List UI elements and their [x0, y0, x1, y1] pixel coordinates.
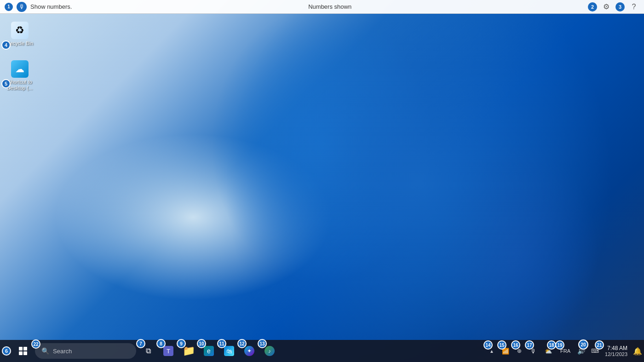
clock-date: 12/1/2023	[605, 351, 627, 357]
taskbar-left-area: 6	[2, 346, 11, 356]
ms-store-icon: 🛍	[224, 346, 234, 356]
overflow-chevron-icon: ▲	[489, 349, 494, 354]
weather-icon: ⛅	[545, 348, 552, 355]
volume-icon: 🔊	[577, 347, 585, 355]
topbar-left: 1 🎙 Show numbers.	[5, 2, 72, 12]
desktop: 1 🎙 Show numbers. Numbers shown 2 ⚙ 3 ? …	[0, 0, 644, 362]
onedrive-shortcut-icon[interactable]: ☁ Shortcut to Desktop (...	[4, 58, 36, 93]
notification-icon: 🔔	[633, 347, 642, 356]
tray-icon-16[interactable]: 16 ⊕	[513, 343, 526, 359]
file-explorer-icon: 📁	[183, 345, 195, 357]
start-button[interactable]	[13, 342, 33, 360]
taskview-icon: ⧉	[146, 347, 151, 355]
tray-overflow-button[interactable]: 14 ▲	[485, 343, 498, 359]
show-numbers-label: Show numbers.	[30, 3, 72, 10]
search-label: Search	[53, 348, 72, 355]
onedrive-image: ☁	[11, 60, 29, 78]
teams-chat-button[interactable]: 8 T	[158, 342, 178, 360]
wifi-icon: 📶	[502, 348, 509, 355]
taskbar: 6 22 🔍 Search 7 ⧉ 8 T 9 📁	[0, 340, 644, 362]
language-label: FRA	[558, 348, 572, 354]
wifi-button[interactable]: 15 📶	[499, 343, 512, 359]
badge-7: 7	[136, 339, 145, 348]
clock-time: 7:48 AM	[607, 345, 627, 351]
volume-button[interactable]: 20 🔊	[575, 343, 587, 359]
badge-3: 3	[615, 2, 625, 11]
search-icon: 🔍	[41, 347, 49, 355]
wallpaper	[0, 0, 644, 362]
recycle-bin-image: ♻	[11, 22, 29, 39]
topbar-title: Numbers shown	[308, 3, 351, 10]
onedrive-shortcut-label: Shortcut to Desktop (...	[6, 79, 34, 91]
language-button[interactable]: 19 FRA	[557, 343, 574, 359]
edge-button[interactable]: 10 e	[199, 342, 219, 360]
system-tray: 14 ▲ 15 📶 16 ⊕ 17 🎙 18 ⛅	[485, 342, 644, 360]
notification-button[interactable]: 🔔	[631, 343, 644, 359]
ms-store-button[interactable]: 11 🛍	[219, 342, 239, 360]
keyboard-button[interactable]: 21 ⌨	[588, 343, 601, 359]
teams-icon: T	[163, 346, 173, 356]
settings-icon[interactable]: ⚙	[601, 1, 612, 12]
help-icon[interactable]: ?	[628, 1, 639, 12]
mic-icon: 🎙	[530, 348, 536, 355]
windows-logo-icon	[19, 347, 27, 355]
clock-button[interactable]: 7:48 AM 12/1/2023	[602, 342, 630, 360]
keyboard-icon: ⌨	[591, 348, 599, 354]
network-icon: ⊕	[517, 348, 522, 354]
recycle-bin-icon[interactable]: ♻ Recycle Bin	[4, 19, 36, 48]
edge-icon: e	[204, 346, 214, 356]
taskview-button[interactable]: 7 ⧉	[138, 342, 158, 360]
topbar-mic-icon: 🎙	[17, 2, 27, 12]
edge2-button[interactable]: 13 ♪	[259, 342, 280, 360]
weather-button[interactable]: 18 ⛅	[540, 343, 556, 359]
mic-tray-button[interactable]: 17 🎙	[527, 343, 540, 359]
search-bar[interactable]: 22 🔍 Search	[35, 343, 136, 359]
app-icon-13: ♪	[264, 346, 275, 356]
badge-2: 2	[588, 2, 597, 11]
copilot-icon: ✦	[244, 346, 254, 356]
recycle-bin-label: Recycle Bin	[6, 40, 33, 46]
topbar-right: 2 ⚙ 3 ?	[588, 1, 639, 12]
topbar: 1 🎙 Show numbers. Numbers shown 2 ⚙ 3 ?	[0, 0, 644, 14]
copilot-button[interactable]: 12 ✦	[239, 342, 259, 360]
badge-1: 1	[5, 3, 13, 11]
badge-6: 6	[2, 346, 11, 356]
file-explorer-button[interactable]: 9 📁	[178, 342, 199, 360]
